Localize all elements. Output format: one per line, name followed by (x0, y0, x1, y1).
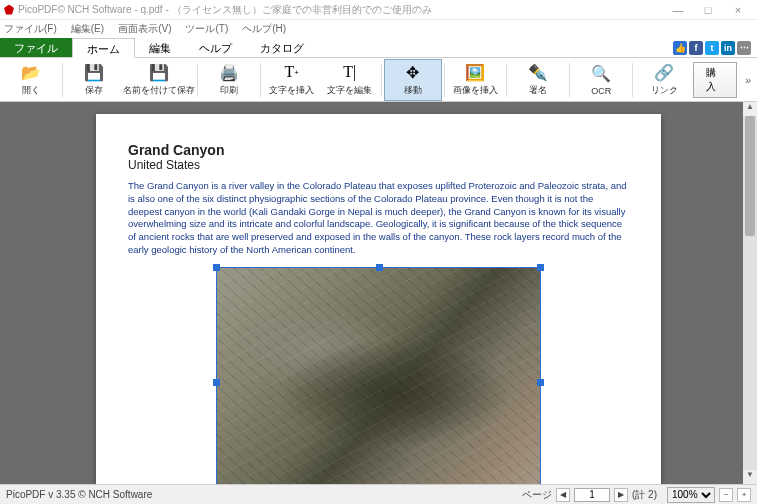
twitter-icon[interactable]: t (705, 41, 719, 55)
move-button[interactable]: ✥移動 (384, 59, 442, 101)
resize-handle-ml[interactable] (213, 379, 220, 386)
menu-tool[interactable]: ツール(T) (185, 22, 228, 36)
tab-help[interactable]: ヘルプ (185, 38, 246, 57)
save-as-button[interactable]: 💾名前を付けて保存 (123, 59, 195, 101)
page-total: (計 2) (632, 488, 657, 502)
linkedin-icon[interactable]: in (721, 41, 735, 55)
menu-file[interactable]: ファイル(F) (4, 22, 57, 36)
folder-open-icon: 📂 (21, 62, 41, 82)
scroll-down-button[interactable]: ▼ (743, 470, 757, 484)
page-prev-button[interactable]: ◀ (556, 488, 570, 502)
app-logo-icon (4, 5, 14, 15)
scroll-up-button[interactable]: ▲ (743, 102, 757, 116)
menu-view[interactable]: 画面表示(V) (118, 22, 171, 36)
zoom-select[interactable]: 100% (667, 487, 715, 503)
menu-edit[interactable]: 編集(E) (71, 22, 104, 36)
social-icons: 👍 f t in ⋯ (673, 38, 757, 57)
zoom-out-button[interactable]: − (719, 488, 733, 502)
status-bar: PicoPDF v 3.35 © NCH Software ページ ◀ ▶ (計… (0, 484, 757, 504)
zoom-in-button[interactable]: + (737, 488, 751, 502)
close-button[interactable]: × (723, 4, 753, 16)
text-insert-icon: T+ (284, 62, 298, 82)
tab-home[interactable]: ホーム (72, 38, 135, 58)
edit-text-button[interactable]: T|文字を編集 (321, 59, 379, 101)
version-label: PicoPDF v 3.35 © NCH Software (6, 489, 152, 500)
menu-bar: ファイル(F) 編集(E) 画面表示(V) ツール(T) ヘルプ(H) (0, 20, 757, 38)
scroll-thumb[interactable] (745, 116, 755, 236)
save-button[interactable]: 💾保存 (65, 59, 123, 101)
doc-subtitle: United States (128, 158, 629, 172)
pdf-page[interactable]: Grand Canyon United States The Grand Can… (96, 114, 661, 484)
move-icon: ✥ (406, 62, 419, 82)
resize-handle-tr[interactable] (537, 264, 544, 271)
toolbar-more-button[interactable]: » (741, 74, 755, 86)
doc-title: Grand Canyon (128, 142, 629, 158)
print-button[interactable]: 🖨️印刷 (200, 59, 258, 101)
ribbon-tabs: ファイル ホーム 編集 ヘルプ カタログ 👍 f t in ⋯ (0, 38, 757, 58)
toolbar: 📂開く 💾保存 💾名前を付けて保存 🖨️印刷 T+文字を挿入 T|文字を編集 ✥… (0, 58, 757, 102)
text-edit-icon: T| (343, 62, 356, 82)
sign-button[interactable]: ✒️署名 (509, 59, 567, 101)
menu-help[interactable]: ヘルプ(H) (242, 22, 286, 36)
link-button[interactable]: 🔗リンク (635, 59, 693, 101)
vertical-scrollbar[interactable]: ▲ ▼ (743, 102, 757, 484)
title-bar: PicoPDF© NCH Software - q.pdf - （ライセンス無し… (0, 0, 757, 20)
printer-icon: 🖨️ (219, 62, 239, 82)
page-next-button[interactable]: ▶ (614, 488, 628, 502)
tab-file[interactable]: ファイル (0, 38, 72, 57)
resize-handle-tl[interactable] (213, 264, 220, 271)
signature-icon: ✒️ (528, 62, 548, 82)
facebook-icon[interactable]: f (689, 41, 703, 55)
minimize-button[interactable]: — (663, 4, 693, 16)
image-icon: 🖼️ (465, 62, 485, 82)
ocr-icon: 🔍 (591, 64, 611, 84)
canyon-satellite-image (217, 268, 540, 484)
page-label: ページ (522, 488, 552, 502)
buy-button[interactable]: 購入 (693, 62, 737, 98)
workspace: Grand Canyon United States The Grand Can… (0, 102, 757, 484)
insert-text-button[interactable]: T+文字を挿入 (263, 59, 321, 101)
doc-body-text: The Grand Canyon is a river valley in th… (128, 180, 629, 257)
tab-catalog[interactable]: カタログ (246, 38, 318, 57)
save-as-icon: 💾 (149, 62, 169, 82)
save-icon: 💾 (84, 62, 104, 82)
open-button[interactable]: 📂開く (2, 59, 60, 101)
window-title: PicoPDF© NCH Software - q.pdf - （ライセンス無し… (18, 3, 432, 17)
insert-image-button[interactable]: 🖼️画像を挿入 (446, 59, 504, 101)
maximize-button[interactable]: □ (693, 4, 723, 16)
ocr-button[interactable]: 🔍OCR (572, 59, 630, 101)
thumbs-up-icon[interactable]: 👍 (673, 41, 687, 55)
tab-edit[interactable]: 編集 (135, 38, 185, 57)
link-icon: 🔗 (654, 62, 674, 82)
share-icon[interactable]: ⋯ (737, 41, 751, 55)
resize-handle-tm[interactable] (376, 264, 383, 271)
resize-handle-mr[interactable] (537, 379, 544, 386)
page-number-input[interactable] (574, 488, 610, 502)
selected-image[interactable] (216, 267, 541, 484)
